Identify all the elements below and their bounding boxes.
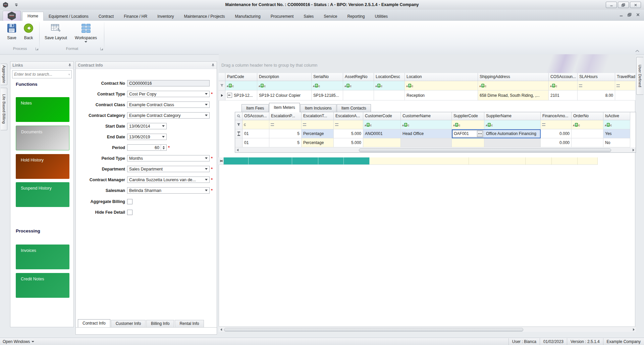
dock-tab-life-based-billing[interactable]: Life Based Billing (1, 88, 7, 130)
pin-icon[interactable] (211, 63, 215, 67)
filter-escalationp[interactable] (269, 120, 302, 129)
filter-serialno[interactable] (312, 81, 343, 90)
save-layout-button[interactable]: Save Layout (45, 22, 67, 40)
cell-escalationt[interactable]: Percentage (302, 138, 334, 147)
open-windows-button[interactable]: Open Windows (0, 339, 37, 344)
new-cell-shippingaddress[interactable] (469, 157, 526, 165)
filter-cosaccount[interactable] (549, 81, 578, 90)
new-cell-locationdesc[interactable] (344, 157, 370, 165)
department-combo[interactable]: Sales Department (127, 166, 210, 172)
filter-shippingaddress[interactable] (478, 81, 549, 90)
cell-isactive[interactable]: Yes (603, 129, 630, 138)
cell-orderno[interactable] (572, 138, 603, 147)
column-header-serialno[interactable]: SerialNo (312, 73, 343, 81)
cell-customername[interactable] (401, 138, 452, 147)
dock-tab-user-defined[interactable]: User Defined (636, 57, 643, 95)
tab-contract-info[interactable]: Contract Info (78, 319, 110, 327)
cell-cosaccount[interactable]: 01 (243, 138, 269, 147)
column-header-partcode[interactable]: PartCode (225, 73, 257, 81)
filter-suppliername[interactable] (484, 120, 541, 129)
cell-location[interactable]: Reception (405, 90, 478, 100)
cell-partcode[interactable]: SP19-12... (225, 90, 257, 100)
cell-suppliercode-editor[interactable]: OAF001 (452, 129, 484, 138)
cell-cosaccount[interactable]: 01 (243, 129, 269, 138)
detail-column-chooser[interactable] (235, 112, 243, 120)
new-cell-serialno[interactable] (292, 157, 318, 165)
cell-customercode[interactable]: ANO0001 (363, 129, 401, 138)
column-header-escalationp[interactable]: EscalationP... (269, 112, 302, 120)
aggregate-billing-checkbox[interactable] (127, 199, 132, 204)
cell-serialno[interactable]: SP19-12185... (312, 90, 343, 100)
contract-no-input[interactable]: CO0000016 (127, 80, 210, 86)
tab-sales[interactable]: Sales (299, 12, 319, 21)
contract-manager-combo[interactable]: Carolina Suzzetta Lourens van de... (127, 177, 210, 183)
tab-home[interactable]: Home (22, 12, 44, 21)
column-header-cosaccount[interactable]: OSAccoun... (243, 112, 269, 120)
hold-history-button[interactable]: Hold History (16, 154, 69, 179)
mdi-restore-icon[interactable] (628, 13, 632, 17)
filter-escalationa[interactable] (334, 120, 363, 129)
tab-procurement[interactable]: Procurement (266, 12, 299, 21)
tab-item-inclusions[interactable]: Item Inclusions (300, 104, 336, 112)
contract-type-combo[interactable]: Cost Per Copy (127, 91, 210, 97)
close-button[interactable] (630, 2, 641, 8)
column-header-cosaccount[interactable]: COSAccoun... (549, 73, 578, 81)
grid-new-item-row[interactable] (219, 157, 598, 165)
period-spinner[interactable]: 60 (127, 144, 167, 151)
filter-travelradius[interactable] (615, 81, 635, 90)
cell-financeamount[interactable]: 0.000 (541, 129, 572, 138)
collapse-detail-icon[interactable] (227, 93, 232, 98)
filter-escalationt[interactable] (302, 120, 334, 129)
cell-escalationa[interactable]: 5.000 (334, 138, 363, 147)
cell-locationdesc[interactable] (374, 90, 405, 100)
group-by-panel[interactable]: Drag a column header here to group by th… (219, 54, 636, 73)
collapse-ribbon-icon[interactable] (635, 50, 639, 52)
filter-description[interactable] (257, 81, 312, 90)
filter-partcode[interactable] (225, 81, 257, 90)
process-dialog-launcher-icon[interactable] (36, 48, 38, 50)
column-header-description[interactable]: Description (257, 73, 312, 81)
filter-suppliercode[interactable] (452, 120, 484, 129)
column-header-travelradius[interactable]: TravelRadiu... (615, 73, 635, 81)
dock-tab-aggregate[interactable]: Aggregate (1, 64, 7, 85)
format-dialog-launcher-icon[interactable] (100, 48, 103, 50)
scroll-left-icon[interactable] (219, 327, 223, 332)
scroll-right-icon[interactable] (631, 148, 636, 152)
column-header-customername[interactable]: CustomerName (401, 112, 452, 120)
tab-inventory[interactable]: Inventory (152, 12, 179, 21)
filter-cosaccount[interactable]: c (243, 120, 269, 129)
column-header-slahours[interactable]: SLAHours (578, 73, 615, 81)
mdi-minimize-icon[interactable] (619, 13, 623, 17)
filter-slahours[interactable] (578, 81, 615, 90)
contract-category-combo[interactable]: Example Contract Category (127, 112, 210, 119)
cell-customername[interactable]: Head Office (401, 129, 452, 138)
new-cell-cosaccount[interactable] (526, 157, 552, 165)
detail-horizontal-scrollbar[interactable] (235, 147, 636, 152)
filter-assetregno[interactable] (343, 81, 374, 90)
cell-assetregno[interactable] (343, 90, 374, 100)
filter-customercode[interactable] (363, 120, 401, 129)
new-cell-travelradius[interactable] (578, 157, 598, 165)
tab-service[interactable]: Service (319, 12, 342, 21)
tab-manufacturing[interactable]: Manufacturing (230, 12, 266, 21)
scroll-right-icon[interactable] (631, 327, 636, 332)
column-header-isactive[interactable]: IsActive (603, 112, 630, 120)
column-header-customercode[interactable]: CustomerCode (363, 112, 401, 120)
cell-isactive[interactable]: No (603, 138, 630, 147)
scrollbar-thumb[interactable] (224, 328, 523, 332)
contract-class-combo[interactable]: Example Contract Class (127, 101, 210, 108)
quick-access-dropdown-icon[interactable] (15, 3, 18, 7)
column-header-assetregno[interactable]: AssetRegNo (343, 73, 374, 81)
cell-cosaccount[interactable]: 2101 (549, 90, 578, 100)
cell-financeamount[interactable]: 0.000 (541, 138, 572, 147)
grid-horizontal-scrollbar[interactable] (219, 327, 636, 332)
tab-reporting[interactable]: Reporting (342, 12, 370, 21)
workspaces-button[interactable]: Workspaces (75, 22, 97, 43)
notes-button[interactable]: Notes (16, 97, 69, 122)
tab-item-meters[interactable]: Item Meters (269, 103, 300, 112)
credit-notes-button[interactable]: Credit Notes (16, 273, 69, 298)
column-header-shippingaddress[interactable]: ShippingAddress (478, 73, 549, 81)
hide-fee-detail-checkbox[interactable] (127, 210, 132, 215)
filter-orderno[interactable] (572, 120, 603, 129)
cell-travelradius[interactable] (615, 90, 635, 100)
